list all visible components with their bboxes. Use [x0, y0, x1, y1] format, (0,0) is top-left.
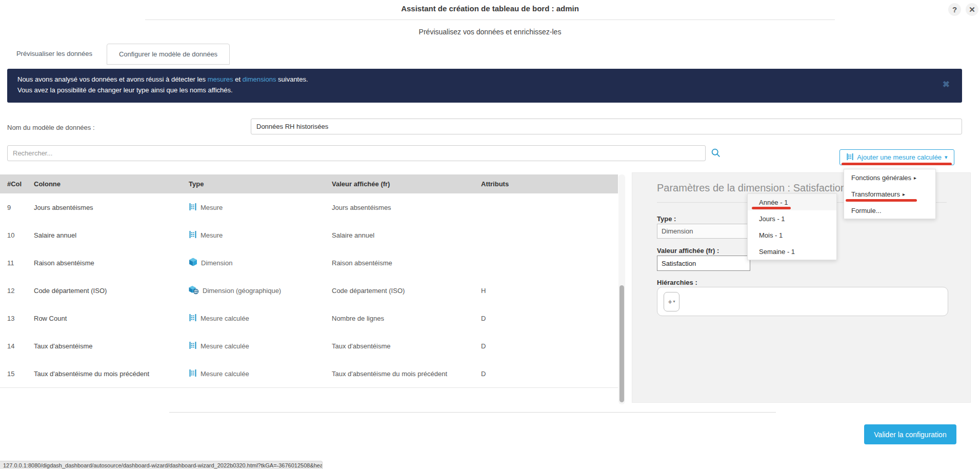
tab-preview-data[interactable]: Prévisualiser les données [8, 44, 101, 64]
banner-close-icon[interactable]: ✖ [943, 79, 950, 90]
model-name-label: Nom du modèle de données : [7, 124, 95, 131]
dimensions-link[interactable]: dimensions [243, 75, 276, 83]
footer-divider [169, 412, 776, 413]
col-header-num: #Col [0, 180, 34, 188]
submenu-arrow-icon: ▸ [914, 175, 916, 181]
close-button[interactable]: ✕ [966, 3, 978, 16]
col-header-attrs: Attributs [481, 180, 618, 188]
dimension-icon [189, 258, 197, 268]
hierarchies-label: Hiérarchies : [657, 279, 697, 286]
submenu-item-month-minus-1[interactable]: Mois - 1 [748, 227, 836, 243]
table-row[interactable]: 10 Salaire annuel Mesure Salaire annuel [0, 221, 618, 249]
dashboard-wizard-dialog: Assistant de création de tableau de bord… [0, 0, 980, 469]
type-select[interactable] [657, 224, 753, 239]
type-label: Type : [657, 215, 676, 223]
add-hierarchy-button[interactable]: +▾ [664, 292, 679, 311]
analysis-info-banner: Nous avons analysé vos données et avons … [7, 69, 962, 103]
table-header: #Col Colonne Type Valeur affichée (fr) A… [0, 174, 618, 193]
display-value-label: Valeur affichée (fr) : [657, 247, 719, 255]
banner-line1: Nous avons analysé vos données et avons … [17, 75, 308, 83]
calculated-measure-icon [846, 153, 854, 162]
add-measure-menu: Fonctions générales▸ Transformateurs▸ Fo… [844, 169, 936, 219]
page-title: Assistant de création de tableau de bord… [0, 4, 980, 13]
table-row[interactable]: 13 Row Count Mesure calculée Nombre de l… [0, 304, 618, 333]
validate-configuration-button[interactable]: Valider la configuration [864, 424, 956, 444]
menu-item-general-functions[interactable]: Fonctions générales▸ [844, 169, 935, 186]
hierarchies-box: +▾ [657, 287, 948, 316]
search-icon[interactable] [711, 148, 721, 160]
banner-line2: Vous avez la possibilité de changer leur… [17, 86, 233, 94]
tab-configure-model[interactable]: Configurer le modèle de données [107, 44, 230, 65]
model-name-input[interactable] [251, 119, 962, 134]
calculated-measure-icon [189, 341, 197, 351]
annotation-underline-add-measure [842, 163, 952, 165]
measure-icon [189, 230, 197, 240]
dimension-geographic-icon [189, 285, 199, 296]
annotation-underline-transformers [846, 199, 917, 202]
col-header-display: Valeur affichée (fr) [332, 180, 481, 188]
table-row[interactable]: 15 Taux d'absentéisme du mois précédent … [0, 360, 618, 388]
calculated-measure-icon [189, 314, 197, 323]
add-calculated-measure-label: Ajouter une mesure calculée [857, 153, 942, 161]
panel-title: Paramètres de la dimension : Satisfactio… [657, 182, 846, 194]
submenu-item-week-minus-1[interactable]: Semaine - 1 [748, 243, 836, 260]
chevron-down-icon: ▾ [945, 154, 948, 160]
browser-status-url: 127.0.0.1:8080/digdash_dashboard/autosou… [0, 461, 323, 469]
transformers-submenu: Année - 1 Jours - 1 Mois - 1 Semaine - 1 [747, 193, 837, 260]
measure-icon [189, 203, 197, 212]
chevron-down-icon: ▾ [673, 300, 675, 304]
scrollbar-thumb[interactable] [619, 285, 624, 402]
measures-link[interactable]: mesures [208, 75, 233, 83]
table-row[interactable]: 12 Code département (ISO) Dimension (géo… [0, 277, 618, 305]
calculated-measure-icon [189, 369, 197, 379]
col-header-column: Colonne [34, 180, 189, 188]
col-header-type: Type [189, 180, 332, 188]
submenu-item-days-minus-1[interactable]: Jours - 1 [748, 210, 836, 227]
header-divider [145, 19, 835, 20]
table-row[interactable]: 11 Raison absentéisme Dimension Raison a… [0, 249, 618, 277]
table-row[interactable]: 9 Jours absentéismes Mesure Jours absent… [0, 193, 618, 222]
table-scrollbar[interactable] [618, 174, 625, 404]
annotation-underline-year [752, 207, 791, 209]
display-value-input[interactable] [657, 256, 750, 271]
menu-item-formula[interactable]: Formule... [844, 202, 935, 219]
page-subtitle: Prévisualisez vos données et enrichissez… [0, 28, 980, 36]
submenu-arrow-icon: ▸ [903, 191, 905, 197]
table-row[interactable]: 14 Taux d'absentéisme Mesure calculée Ta… [0, 332, 618, 360]
search-input[interactable] [7, 145, 706, 161]
help-button[interactable]: ? [948, 3, 961, 16]
